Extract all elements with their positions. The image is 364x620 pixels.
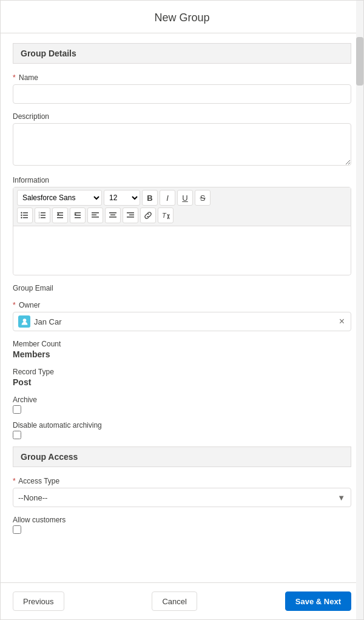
scrollbar-track[interactable] xyxy=(356,1,363,619)
cancel-button[interactable]: Cancel xyxy=(152,591,197,611)
svg-rect-8 xyxy=(41,217,46,218)
description-label: Description xyxy=(13,112,351,121)
svg-rect-1 xyxy=(23,215,28,216)
information-group: Information Salesforce Sans 12 B I U xyxy=(13,176,351,275)
svg-rect-18 xyxy=(75,217,81,218)
svg-point-5 xyxy=(21,217,22,218)
rte-content-area[interactable] xyxy=(13,226,351,275)
rte-link-btn[interactable] xyxy=(140,207,156,223)
rte-underline-btn[interactable]: U xyxy=(177,190,193,206)
svg-rect-13 xyxy=(57,215,63,216)
rte-align-right-btn[interactable] xyxy=(123,207,138,223)
svg-rect-27 xyxy=(129,215,134,216)
modal-body: Group Details * Name Description Informa… xyxy=(1,33,363,582)
name-group: * Name xyxy=(13,73,351,104)
svg-rect-23 xyxy=(109,212,116,214)
rte-ol-btn[interactable]: 123 xyxy=(35,207,50,223)
svg-rect-26 xyxy=(127,212,134,214)
disable-archiving-checkbox[interactable] xyxy=(13,431,21,439)
description-group: Description xyxy=(13,112,351,167)
svg-rect-20 xyxy=(92,212,99,214)
svg-rect-24 xyxy=(110,215,115,216)
rte-italic-btn[interactable]: I xyxy=(160,190,175,206)
scrollbar-thumb[interactable] xyxy=(356,37,363,86)
svg-rect-2 xyxy=(23,217,28,218)
rte-font-select[interactable]: Salesforce Sans xyxy=(17,190,102,206)
member-count-label: Member Count xyxy=(13,340,351,348)
archive-label: Archive xyxy=(13,396,351,404)
svg-rect-14 xyxy=(57,217,63,218)
access-type-select[interactable]: --None-- Public Private Unlisted xyxy=(13,488,351,507)
owner-label: * Owner xyxy=(13,301,351,309)
name-label: * Name xyxy=(13,73,351,82)
access-type-label: * Access Type xyxy=(13,477,351,485)
required-star-name: * xyxy=(13,73,16,82)
svg-text:3: 3 xyxy=(39,216,41,219)
svg-rect-16 xyxy=(75,212,81,214)
owner-input-wrapper[interactable]: Jan Car × xyxy=(13,312,351,331)
rte-align-center-btn[interactable] xyxy=(105,207,121,223)
record-type-value: Post xyxy=(13,377,351,387)
required-star-owner: * xyxy=(13,301,16,309)
svg-rect-28 xyxy=(127,217,134,218)
description-textarea[interactable] xyxy=(13,123,351,166)
rte-toolbar-row-1: Salesforce Sans 12 B I U S xyxy=(17,190,347,206)
member-count-group: Member Count Members xyxy=(13,340,351,359)
svg-point-3 xyxy=(21,212,22,214)
svg-text:T: T xyxy=(162,212,167,219)
previous-button[interactable]: Previous xyxy=(13,591,64,611)
disable-archiving-group: Disable automatic archiving xyxy=(13,421,351,439)
svg-rect-6 xyxy=(41,212,46,214)
name-input[interactable] xyxy=(13,84,351,104)
owner-avatar xyxy=(18,315,30,328)
rte-clear-format-btn[interactable]: T xyxy=(158,207,174,223)
rte-decrease-indent-btn[interactable] xyxy=(52,207,68,223)
svg-rect-12 xyxy=(57,212,63,214)
allow-customers-checkbox[interactable] xyxy=(13,525,21,534)
member-count-value: Members xyxy=(13,349,351,359)
owner-group: * Owner Jan Car × xyxy=(13,301,351,331)
rte-toolbar-row-2: 123 xyxy=(17,207,347,223)
modal-title: New Group xyxy=(154,12,209,24)
modal-footer: Previous Cancel Save & Next xyxy=(1,582,363,619)
svg-rect-0 xyxy=(23,212,28,214)
svg-point-32 xyxy=(22,318,26,322)
archive-checkbox[interactable] xyxy=(13,405,21,414)
owner-name: Jan Car xyxy=(34,317,338,326)
rte-align-left-btn[interactable] xyxy=(87,207,103,223)
svg-point-4 xyxy=(21,215,22,216)
record-type-group: Record Type Post xyxy=(13,368,351,387)
section-group-details: Group Details xyxy=(13,43,351,64)
svg-rect-17 xyxy=(75,215,81,216)
allow-customers-group: Allow customers xyxy=(13,516,351,534)
rte-increase-indent-btn[interactable] xyxy=(70,207,86,223)
access-type-dropdown-wrapper: --None-- Public Private Unlisted ▼ xyxy=(13,488,351,507)
rte-strikethrough-btn[interactable]: S xyxy=(195,190,211,206)
information-label: Information xyxy=(13,176,351,184)
svg-rect-22 xyxy=(92,217,99,218)
svg-rect-21 xyxy=(92,215,96,216)
record-type-label: Record Type xyxy=(13,368,351,376)
group-email-group: Group Email xyxy=(13,284,351,292)
modal-header: New Group xyxy=(1,1,363,33)
rte-bold-btn[interactable]: B xyxy=(142,190,158,206)
archive-group: Archive xyxy=(13,396,351,414)
save-next-button[interactable]: Save & Next xyxy=(285,591,351,611)
required-star-access: * xyxy=(13,477,16,485)
section-group-access: Group Access xyxy=(13,446,351,467)
group-email-label: Group Email xyxy=(13,284,351,292)
svg-rect-25 xyxy=(109,217,116,218)
disable-archiving-label: Disable automatic archiving xyxy=(13,421,351,430)
access-type-group: * Access Type --None-- Public Private Un… xyxy=(13,477,351,507)
owner-clear-btn[interactable]: × xyxy=(338,315,346,328)
rte-size-select[interactable]: 12 xyxy=(104,190,140,206)
rte-ul-btn[interactable] xyxy=(17,207,33,223)
rte-toolbar: Salesforce Sans 12 B I U S xyxy=(13,187,351,226)
allow-customers-label: Allow customers xyxy=(13,516,351,524)
svg-rect-7 xyxy=(41,215,46,216)
modal-container: New Group Group Details * Name Descripti… xyxy=(0,0,364,620)
rich-text-editor: Salesforce Sans 12 B I U S xyxy=(13,187,351,275)
